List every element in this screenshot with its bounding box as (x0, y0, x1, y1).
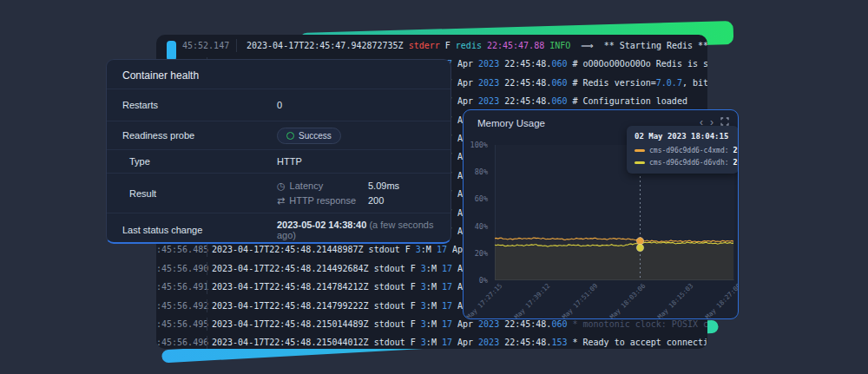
log-gutter-divider (207, 280, 207, 293)
log-segment: Apr (452, 59, 478, 69)
series-area-cms-d96c9dd6-d6vdh (495, 242, 733, 280)
log-message: 2023-04-17T22:45:48.215044012Z stdout F … (212, 333, 707, 349)
health-row-value: 2023-05-02 14:38:40 (a few seconds ago) (277, 220, 450, 240)
log-gutter-divider (207, 262, 207, 275)
log-segment: ⟹ ** Starting Redis ** (570, 41, 707, 50)
health-row-label: Result (122, 188, 156, 199)
success-circle-icon (286, 132, 294, 140)
container-health-title: Container health (107, 60, 450, 89)
tooltip-entries: cms-d96c9dd6-c4xmd:29%cms-d96c9dd6-d6vdh… (635, 146, 731, 167)
result-line: ◷Latency5.09ms (277, 179, 399, 194)
log-segment: stderr (409, 41, 440, 50)
health-row-value: HTTP (277, 156, 302, 167)
tooltip-entry: cms-d96c9dd6-c4xmd:29% (635, 146, 731, 154)
log-segment: 17 (442, 319, 452, 329)
log-segment: Apr (452, 319, 478, 329)
log-segment: * Ready to accept connections (572, 338, 707, 347)
log-segment: 22:45:48. (499, 338, 551, 347)
log-segment: 22:45:47.88 (482, 41, 544, 50)
log-segment: INFO (544, 41, 570, 50)
log-segment: 22:45:48. (499, 319, 551, 329)
health-row-value: Success (277, 128, 341, 144)
log-segment: 7.0.7 (656, 78, 682, 88)
success-badge: Success (277, 128, 341, 144)
tooltip-timestamp: 02 May 2023 18:04:15 (635, 132, 731, 141)
log-segment: 22:45:48. (499, 59, 551, 69)
result-key-wrap: ⇄HTTP response (277, 195, 368, 207)
log-segment: 2023-04-17T22:45:48.21448987Z stdout F (212, 245, 416, 254)
container-health-rows: Restarts0Readiness probeSuccessTypeHTTPR… (107, 89, 450, 246)
health-row-value: 0 (277, 100, 282, 110)
log-segment: 060 (551, 96, 567, 106)
log-segment: 2023-04-17T22:45:48.215044012Z stdout F (212, 338, 421, 347)
log-segment: :M (426, 264, 442, 273)
health-row-restarts: Restarts0 (107, 89, 450, 121)
log-gutter-divider (236, 39, 237, 52)
log-segment: :M (426, 338, 442, 347)
tooltip-series-value: 29% (733, 146, 739, 154)
log-segment: 060 (551, 319, 567, 329)
log-segment: 17 (442, 301, 452, 311)
log-segment: 2023-04-17T22:45:48.214799222Z stdout F (212, 301, 421, 311)
log-segment: Apr (452, 78, 478, 88)
log-gutter-divider (207, 318, 207, 331)
log-timestamp-gutter: :45:56.495 (156, 315, 201, 333)
tooltip-series-value: 24% (733, 158, 739, 167)
log-segment: # Configuration loaded (572, 96, 687, 106)
log-segment: Apr (452, 96, 478, 106)
log-segment: 2023-04-17T22:45:48.215014489Z stdout F (212, 319, 421, 329)
cursor-dot-cms-d96c9dd6-c4xmd (636, 238, 643, 245)
health-row-readiness-probe: Readiness probeSuccess (107, 121, 450, 149)
tooltip-series-label: cms-d96c9dd6-d6vdh: (649, 159, 729, 167)
cursor-dot-cms-d96c9dd6-d6vdh (636, 244, 643, 251)
log-segment: 2023 (478, 59, 499, 69)
health-row-type: TypeHTTP (107, 149, 450, 173)
log-segment: # Redis version= (572, 78, 655, 88)
value-text: HTTP (277, 156, 302, 167)
health-row-value: ◷Latency5.09ms⇄HTTP response200 (277, 179, 399, 208)
log-timestamp-gutter: :45:56.492 (156, 297, 201, 315)
log-segment: 2023 (478, 96, 499, 106)
log-timestamp-gutter: 45:52.147 (182, 36, 227, 55)
memory-usage-panel: Memory Usage ‹ › 100%80%60%40%20%0% 02 M… (463, 109, 739, 319)
log-segment: :M (421, 245, 437, 254)
log-segment: 17 (442, 282, 452, 292)
health-row-label: Restarts (122, 100, 158, 110)
log-segment: redis (456, 41, 482, 50)
log-segment: 2023 (478, 78, 499, 88)
log-segment: :M (426, 319, 442, 329)
result-key: Latency (290, 180, 324, 191)
value-text: 0 (277, 100, 282, 110)
container-health-panel: Container health Restarts0Readiness prob… (106, 59, 451, 244)
log-row: 45:52.1472023-04-17T22:45:47.942872735Z … (156, 36, 707, 55)
log-segment: 060 (551, 78, 567, 88)
log-timestamp-gutter: :45:56.496 (156, 333, 201, 349)
log-segment: 22:45:48. (499, 96, 551, 106)
health-row-last-status-change: Last status change2023-05-02 14:38:40 (a… (107, 213, 450, 246)
result-line: ⇄HTTP response200 (277, 194, 399, 208)
value-text: 2023-05-02 14:38:40 (277, 220, 366, 230)
log-segment: 060 (551, 59, 567, 69)
log-segment: 2023-04-17T22:45:48.214784212Z stdout F (212, 282, 421, 292)
log-segment: :M (426, 301, 442, 311)
chart-tooltip: 02 May 2023 18:04:15 cms-d96c9dd6-c4xmd:… (627, 126, 739, 174)
log-accent-marker (167, 41, 176, 61)
log-segment: 153 (551, 338, 567, 347)
log-gutter-divider (207, 336, 207, 349)
tooltip-entry: cms-d96c9dd6-d6vdh:24% (635, 158, 731, 167)
log-segment: Apr (452, 338, 478, 347)
result-value: 200 (368, 195, 384, 206)
log-segment: 2023-04-17T22:45:47.942872735Z (247, 41, 409, 50)
log-gutter-divider (207, 299, 207, 312)
hero-scene: 45:52.1472023-04-17T22:45:47.942872735Z … (0, 0, 868, 374)
http-response-icon: ⇄ (277, 195, 285, 207)
log-segment: , bits=64, commit=00000000, modified=0 (682, 78, 707, 88)
result-value: 5.09ms (368, 180, 399, 191)
log-segment: 17 (437, 245, 447, 254)
log-segment: 2023 (478, 319, 499, 329)
tooltip-series-label: cms-d96c9dd6-c4xmd: (649, 147, 729, 154)
log-timestamp-gutter: :45:56.490 (156, 259, 201, 278)
health-row-label: Type (122, 156, 150, 167)
badge-label: Success (299, 131, 332, 141)
health-row-label: Readiness probe (122, 130, 194, 141)
